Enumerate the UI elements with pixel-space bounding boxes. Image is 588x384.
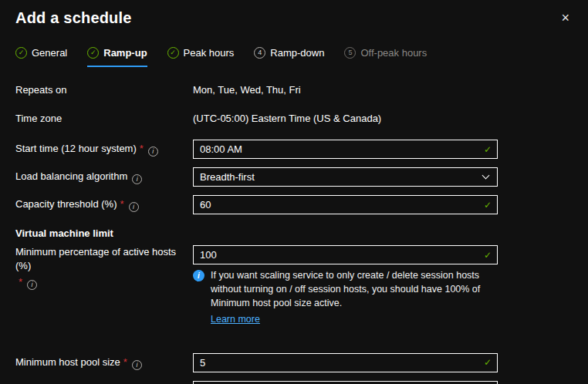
field-min-active-hosts: Minimum percentage of active hosts (%) *…	[15, 245, 573, 345]
dialog-title: Add a schedule	[15, 9, 132, 27]
learn-more-link[interactable]: Learn more	[211, 312, 260, 326]
tab-label: General	[32, 47, 67, 59]
tab-label: Ramp-down	[270, 47, 324, 59]
min-active-hosts-input[interactable]	[193, 245, 498, 264]
tab-off-peak-hours[interactable]: 5 Off-peak hours	[344, 47, 427, 67]
load-balancing-label: Load balancing algorithm	[15, 170, 127, 182]
vm-limit-heading: Virtual machine limit	[15, 227, 573, 239]
max-pool-size-input[interactable]	[193, 381, 498, 384]
add-schedule-dialog: Add a schedule × ✓ General ✓ Ramp-up ✓ P…	[0, 0, 588, 384]
valid-check-icon: ✓	[484, 250, 492, 261]
min-pool-size-label: Minimum host pool size	[15, 356, 120, 368]
time-zone-value: (UTC-05:00) Eastern Time (US & Canada)	[193, 111, 498, 126]
tab-ramp-up[interactable]: ✓ Ramp-up	[87, 47, 147, 67]
dialog-header: Add a schedule ×	[0, 0, 588, 27]
field-min-pool-size: Minimum host pool size*i ✓	[15, 353, 573, 372]
info-icon[interactable]: i	[132, 174, 142, 184]
field-capacity-threshold: Capacity threshold (%)*i ✓	[15, 195, 573, 214]
required-asterisk: *	[140, 143, 144, 154]
chevron-down-icon	[482, 172, 490, 180]
field-time-zone: Time zone (UTC-05:00) Eastern Time (US &…	[15, 111, 573, 126]
close-icon[interactable]: ×	[558, 9, 573, 26]
required-asterisk: *	[120, 198, 124, 210]
check-circle-icon: ✓	[15, 47, 27, 59]
repeats-on-label: Repeats on	[15, 83, 193, 97]
time-zone-label: Time zone	[15, 112, 193, 126]
valid-check-icon: ✓	[484, 144, 492, 155]
tab-peak-hours[interactable]: ✓ Peak hours	[167, 47, 235, 67]
field-repeats-on: Repeats on Mon, Tue, Wed, Thu, Fri	[15, 83, 573, 98]
tab-label: Peak hours	[184, 47, 235, 59]
info-icon[interactable]: i	[27, 280, 37, 290]
tab-label: Ramp-up	[103, 47, 147, 59]
schedule-form: Repeats on Mon, Tue, Wed, Thu, Fri Time …	[0, 83, 588, 384]
info-icon[interactable]: i	[132, 360, 142, 370]
field-max-pool-size: Maximum host pool size*i ✓	[15, 381, 573, 384]
tab-general[interactable]: ✓ General	[15, 47, 67, 67]
check-circle-icon: ✓	[87, 47, 99, 59]
start-time-label: Start time (12 hour system)	[15, 143, 137, 154]
required-asterisk: *	[19, 276, 22, 288]
required-asterisk: *	[123, 356, 127, 368]
tab-label: Off-peak hours	[360, 47, 427, 59]
field-start-time: Start time (12 hour system)*i ✓	[15, 140, 573, 159]
info-filled-icon: i	[193, 270, 204, 281]
info-icon[interactable]: i	[148, 147, 158, 157]
info-note-text: If you want scaling service to only crea…	[211, 270, 480, 308]
valid-check-icon: ✓	[484, 200, 492, 211]
min-active-hosts-label: Minimum percentage of active hosts (%)	[15, 246, 176, 271]
valid-check-icon: ✓	[484, 357, 492, 368]
tab-ramp-down[interactable]: 4 Ramp-down	[254, 47, 324, 67]
info-note: i If you want scaling service to only cr…	[193, 268, 498, 327]
step-number-icon: 4	[254, 47, 265, 59]
field-load-balancing: Load balancing algorithmi Breadth-first	[15, 167, 573, 187]
capacity-threshold-input[interactable]	[193, 195, 498, 214]
info-icon[interactable]: i	[129, 202, 139, 212]
repeats-on-value: Mon, Tue, Wed, Thu, Fri	[193, 83, 498, 98]
capacity-threshold-label: Capacity threshold (%)	[15, 198, 117, 210]
step-number-icon: 5	[344, 47, 356, 59]
start-time-input[interactable]	[193, 140, 498, 159]
wizard-tabs: ✓ General ✓ Ramp-up ✓ Peak hours 4 Ramp-…	[0, 47, 588, 67]
load-balancing-select[interactable]: Breadth-first	[193, 167, 498, 187]
selected-option: Breadth-first	[200, 171, 255, 183]
min-pool-size-input[interactable]	[193, 353, 498, 372]
check-circle-icon: ✓	[167, 47, 179, 59]
